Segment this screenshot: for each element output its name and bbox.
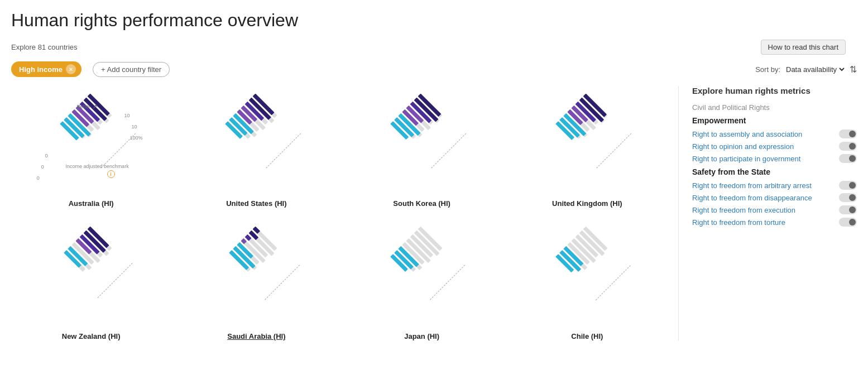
- chile-chart-svg: [533, 219, 641, 328]
- filter-close-icon[interactable]: ×: [66, 64, 76, 74]
- torture-toggle[interactable]: [839, 218, 857, 227]
- newzealand-label: New Zealand (HI): [62, 332, 121, 340]
- how-to-button[interactable]: How to read this chart: [761, 40, 846, 55]
- country-card-saudiarabia: Saudi Arabia (HI): [176, 219, 336, 340]
- sort-direction-icon[interactable]: ⇅: [850, 64, 857, 75]
- chile-label: Chile (HI): [571, 332, 603, 340]
- metric-row-arrest: Right to freedom from arbitrary arrest: [692, 181, 857, 190]
- svg-line-103: [429, 265, 465, 301]
- chile-chart[interactable]: [533, 219, 641, 328]
- svg-line-92: [264, 265, 300, 301]
- execution-toggle[interactable]: [839, 205, 857, 214]
- participate-toggle[interactable]: [839, 154, 857, 163]
- metric-row-participate: Right to participate in government: [692, 154, 857, 163]
- uk-label: United Kingdom (HI): [552, 199, 622, 208]
- disappearance-toggle[interactable]: [839, 193, 857, 202]
- sort-label: Sort by:: [755, 65, 780, 74]
- australia-chart[interactable]: Better ↗ 10 10 100% 0 0 0 Income adjuste…: [37, 86, 146, 195]
- sidebar: Explore human rights metrics Civil and P…: [678, 86, 857, 340]
- southkorea-chart-svg: [367, 86, 476, 195]
- chart-grid: Better ↗ 10 10 100% 0 0 0 Income adjuste…: [11, 86, 678, 340]
- info-icon[interactable]: i: [107, 170, 115, 178]
- metric-row-disappearance: Right to freedom from disappearance: [692, 193, 857, 202]
- page-title: Human rights performance overview: [11, 10, 857, 31]
- safety-header: Safety from the State: [692, 167, 857, 176]
- disappearance-metric-label[interactable]: Right to freedom from disappearance: [692, 194, 839, 202]
- arrest-toggle[interactable]: [839, 181, 857, 190]
- metric-row-execution: Right to freedom from execution: [692, 205, 857, 214]
- usa-chart-svg: [202, 86, 311, 195]
- empowerment-header: Empowerment: [692, 116, 857, 125]
- explore-label: Explore 81 countries: [11, 43, 78, 51]
- zero2-label: 0: [41, 164, 44, 170]
- uk-chart-svg: [533, 86, 641, 195]
- svg-line-47: [430, 133, 466, 169]
- sort-select[interactable]: Data availability Name: [784, 65, 846, 74]
- japan-label: Japan (HI): [404, 332, 439, 340]
- saudiarabia-label: Saudi Arabia (HI): [227, 332, 285, 340]
- country-card-usa: United States (HI): [176, 86, 336, 208]
- svg-line-63: [596, 133, 632, 169]
- sidebar-category: Civil and Political Rights: [692, 103, 857, 112]
- svg-line-77: [97, 263, 132, 299]
- sort-row: Sort by: Data availability Name ⇅: [755, 64, 857, 75]
- metric-row-torture: Right to freedom from torture: [692, 218, 857, 227]
- better-label: Better: [77, 104, 90, 109]
- usa-chart[interactable]: [202, 86, 311, 195]
- country-card-chile: Chile (HI): [507, 219, 667, 340]
- income-adjusted-label: Income adjusted benchmark: [66, 164, 129, 170]
- newzealand-chart[interactable]: [37, 219, 146, 328]
- sidebar-title: Explore human rights metrics: [692, 86, 857, 95]
- southkorea-chart[interactable]: [367, 86, 476, 195]
- country-card-japan: Japan (HI): [342, 219, 502, 340]
- participate-metric-label[interactable]: Right to participate in government: [692, 155, 839, 163]
- usa-label: United States (HI): [226, 199, 286, 208]
- metric-row-assembly: Right to assembly and association: [692, 129, 857, 138]
- southkorea-label: South Korea (HI): [393, 199, 450, 208]
- country-card-uk: United Kingdom (HI): [507, 86, 667, 208]
- svg-line-114: [595, 266, 631, 301]
- saudiarabia-chart[interactable]: [202, 219, 311, 328]
- opinion-toggle[interactable]: [839, 142, 857, 151]
- filter-label: High income: [19, 65, 63, 74]
- scale-10-label: 10: [124, 113, 130, 118]
- assembly-toggle[interactable]: [839, 129, 857, 138]
- country-card-australia: Better ↗ 10 10 100% 0 0 0 Income adjuste…: [11, 86, 171, 208]
- execution-metric-label[interactable]: Right to freedom from execution: [692, 206, 839, 214]
- country-card-southkorea: South Korea (HI): [342, 86, 502, 208]
- japan-chart[interactable]: [367, 219, 476, 328]
- metric-row-opinion: Right to opinion and expression: [692, 142, 857, 151]
- scale-10b-label: 10: [132, 124, 137, 129]
- scale-100-label: 100%: [130, 135, 143, 141]
- torture-metric-label[interactable]: Right to freedom from torture: [692, 218, 839, 227]
- add-filter-button[interactable]: + Add country filter: [93, 62, 170, 77]
- zero3-label: 0: [37, 175, 40, 181]
- opinion-metric-label[interactable]: Right to opinion and expression: [692, 142, 839, 151]
- charts-area: Better ↗ 10 10 100% 0 0 0 Income adjuste…: [11, 86, 678, 340]
- japan-chart-svg: [367, 219, 476, 328]
- uk-chart[interactable]: [533, 86, 641, 195]
- arrest-metric-label[interactable]: Right to freedom from arbitrary arrest: [692, 181, 839, 190]
- australia-label: Australia (HI): [69, 199, 114, 208]
- saudiarabia-chart-svg: [202, 219, 311, 328]
- newzealand-chart-svg: [37, 219, 146, 328]
- country-card-newzealand: New Zealand (HI): [11, 219, 171, 340]
- assembly-metric-label[interactable]: Right to assembly and association: [692, 130, 839, 138]
- high-income-filter[interactable]: High income ×: [11, 61, 81, 77]
- zero1-label: 0: [45, 153, 48, 159]
- svg-line-31: [265, 133, 301, 169]
